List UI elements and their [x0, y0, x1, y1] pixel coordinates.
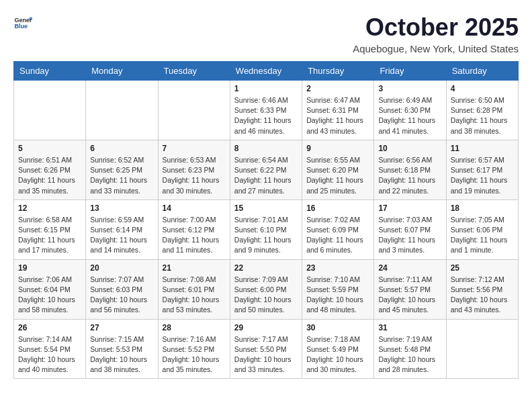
- day-number: 3: [378, 84, 441, 93]
- logo-icon: General Blue: [13, 13, 32, 32]
- day-info: Sunrise: 6:54 AMSunset: 6:22 PMDaylight:…: [234, 155, 298, 196]
- day-number: 6: [90, 144, 153, 153]
- calendar-cell: 28Sunrise: 7:16 AMSunset: 5:52 PMDayligh…: [158, 319, 230, 379]
- day-info: Sunrise: 7:06 AMSunset: 6:04 PMDaylight:…: [18, 275, 81, 316]
- day-info: Sunrise: 6:46 AMSunset: 6:33 PMDaylight:…: [234, 95, 298, 136]
- calendar-cell: 25Sunrise: 7:12 AMSunset: 5:56 PMDayligh…: [446, 259, 518, 319]
- calendar-cell: 11Sunrise: 6:57 AMSunset: 6:17 PMDayligh…: [446, 140, 518, 199]
- day-number: 9: [306, 144, 369, 153]
- day-info: Sunrise: 7:08 AMSunset: 6:01 PMDaylight:…: [163, 275, 226, 316]
- day-number: 13: [90, 203, 153, 213]
- calendar-cell: [158, 81, 230, 140]
- day-number: 7: [163, 144, 226, 153]
- calendar-cell: 5Sunrise: 6:51 AMSunset: 6:26 PMDaylight…: [14, 140, 86, 199]
- calendar-cell: 24Sunrise: 7:11 AMSunset: 5:57 PMDayligh…: [374, 259, 446, 319]
- day-number: 12: [18, 203, 81, 213]
- week-row-1: 1Sunrise: 6:46 AMSunset: 6:33 PMDaylight…: [14, 81, 519, 140]
- day-number: 19: [18, 263, 81, 273]
- week-row-4: 19Sunrise: 7:06 AMSunset: 6:04 PMDayligh…: [14, 259, 519, 319]
- day-info: Sunrise: 7:14 AMSunset: 5:54 PMDaylight:…: [18, 334, 81, 375]
- calendar-cell: 9Sunrise: 6:55 AMSunset: 6:20 PMDaylight…: [302, 140, 374, 199]
- day-number: 25: [451, 263, 514, 273]
- calendar-cell: 2Sunrise: 6:47 AMSunset: 6:31 PMDaylight…: [302, 81, 374, 140]
- calendar-cell: 6Sunrise: 6:52 AMSunset: 6:25 PMDaylight…: [86, 140, 158, 199]
- day-info: Sunrise: 6:56 AMSunset: 6:18 PMDaylight:…: [378, 155, 441, 196]
- day-number: 31: [378, 323, 441, 332]
- calendar-cell: 7Sunrise: 6:53 AMSunset: 6:23 PMDaylight…: [158, 140, 230, 199]
- col-header-friday: Friday: [374, 62, 446, 81]
- day-info: Sunrise: 7:15 AMSunset: 5:53 PMDaylight:…: [90, 334, 153, 375]
- day-number: 21: [163, 263, 226, 273]
- calendar-cell: [446, 319, 518, 379]
- day-number: 23: [306, 263, 369, 273]
- calendar-cell: 22Sunrise: 7:09 AMSunset: 6:00 PMDayligh…: [230, 259, 302, 319]
- calendar-cell: 17Sunrise: 7:03 AMSunset: 6:07 PMDayligh…: [374, 199, 446, 259]
- day-info: Sunrise: 7:10 AMSunset: 5:59 PMDaylight:…: [306, 275, 369, 316]
- calendar-cell: 13Sunrise: 6:59 AMSunset: 6:14 PMDayligh…: [86, 199, 158, 259]
- day-info: Sunrise: 6:53 AMSunset: 6:23 PMDaylight:…: [163, 155, 226, 196]
- calendar-cell: [14, 81, 86, 140]
- day-info: Sunrise: 7:11 AMSunset: 5:57 PMDaylight:…: [378, 275, 441, 316]
- day-number: 30: [306, 323, 369, 332]
- day-info: Sunrise: 6:59 AMSunset: 6:14 PMDaylight:…: [90, 215, 153, 256]
- calendar-cell: 30Sunrise: 7:18 AMSunset: 5:49 PMDayligh…: [302, 319, 374, 379]
- calendar-cell: 10Sunrise: 6:56 AMSunset: 6:18 PMDayligh…: [374, 140, 446, 199]
- svg-text:Blue: Blue: [14, 23, 28, 30]
- col-header-tuesday: Tuesday: [158, 62, 230, 81]
- calendar-cell: 20Sunrise: 7:07 AMSunset: 6:03 PMDayligh…: [86, 259, 158, 319]
- page-header: General Blue October 2025 Aquebogue, New…: [13, 13, 519, 54]
- col-header-saturday: Saturday: [446, 62, 518, 81]
- calendar-cell: 1Sunrise: 6:46 AMSunset: 6:33 PMDaylight…: [230, 81, 302, 140]
- calendar-table: SundayMondayTuesdayWednesdayThursdayFrid…: [13, 61, 519, 379]
- calendar-cell: 31Sunrise: 7:19 AMSunset: 5:48 PMDayligh…: [374, 319, 446, 379]
- calendar-cell: 3Sunrise: 6:49 AMSunset: 6:30 PMDaylight…: [374, 81, 446, 140]
- day-info: Sunrise: 6:49 AMSunset: 6:30 PMDaylight:…: [378, 95, 441, 136]
- day-info: Sunrise: 7:17 AMSunset: 5:50 PMDaylight:…: [234, 334, 298, 375]
- calendar-cell: 16Sunrise: 7:02 AMSunset: 6:09 PMDayligh…: [302, 199, 374, 259]
- week-row-3: 12Sunrise: 6:58 AMSunset: 6:15 PMDayligh…: [14, 199, 519, 259]
- col-header-monday: Monday: [86, 62, 158, 81]
- calendar-cell: 29Sunrise: 7:17 AMSunset: 5:50 PMDayligh…: [230, 319, 302, 379]
- calendar-cell: 4Sunrise: 6:50 AMSunset: 6:28 PMDaylight…: [446, 81, 518, 140]
- calendar-cell: 27Sunrise: 7:15 AMSunset: 5:53 PMDayligh…: [86, 319, 158, 379]
- day-info: Sunrise: 6:55 AMSunset: 6:20 PMDaylight:…: [306, 155, 369, 196]
- day-number: 27: [90, 323, 153, 332]
- week-row-5: 26Sunrise: 7:14 AMSunset: 5:54 PMDayligh…: [14, 319, 519, 379]
- calendar-cell: 14Sunrise: 7:00 AMSunset: 6:12 PMDayligh…: [158, 199, 230, 259]
- day-number: 1: [234, 84, 298, 93]
- day-info: Sunrise: 6:52 AMSunset: 6:25 PMDaylight:…: [90, 155, 153, 196]
- week-row-2: 5Sunrise: 6:51 AMSunset: 6:26 PMDaylight…: [14, 140, 519, 199]
- day-info: Sunrise: 7:09 AMSunset: 6:00 PMDaylight:…: [234, 275, 298, 316]
- day-number: 22: [234, 263, 298, 273]
- day-info: Sunrise: 7:19 AMSunset: 5:48 PMDaylight:…: [378, 334, 441, 375]
- day-info: Sunrise: 7:18 AMSunset: 5:49 PMDaylight:…: [306, 334, 369, 375]
- calendar-cell: [86, 81, 158, 140]
- col-header-thursday: Thursday: [302, 62, 374, 81]
- day-number: 18: [451, 203, 514, 213]
- day-number: 17: [378, 203, 441, 213]
- day-number: 24: [378, 263, 441, 273]
- day-info: Sunrise: 7:05 AMSunset: 6:06 PMDaylight:…: [451, 215, 514, 256]
- month-title: October 2025: [353, 13, 519, 42]
- calendar-cell: 8Sunrise: 6:54 AMSunset: 6:22 PMDaylight…: [230, 140, 302, 199]
- day-number: 2: [306, 84, 369, 93]
- col-header-wednesday: Wednesday: [230, 62, 302, 81]
- day-info: Sunrise: 7:01 AMSunset: 6:10 PMDaylight:…: [234, 215, 298, 256]
- day-info: Sunrise: 6:58 AMSunset: 6:15 PMDaylight:…: [18, 215, 81, 256]
- col-header-sunday: Sunday: [14, 62, 86, 81]
- day-number: 11: [451, 144, 514, 153]
- day-number: 4: [451, 84, 514, 93]
- day-info: Sunrise: 7:03 AMSunset: 6:07 PMDaylight:…: [378, 215, 441, 256]
- calendar-cell: 23Sunrise: 7:10 AMSunset: 5:59 PMDayligh…: [302, 259, 374, 319]
- day-info: Sunrise: 6:51 AMSunset: 6:26 PMDaylight:…: [18, 155, 81, 196]
- day-number: 20: [90, 263, 153, 273]
- calendar-cell: 21Sunrise: 7:08 AMSunset: 6:01 PMDayligh…: [158, 259, 230, 319]
- day-number: 29: [234, 323, 298, 332]
- calendar-header-row: SundayMondayTuesdayWednesdayThursdayFrid…: [14, 62, 519, 81]
- day-info: Sunrise: 7:16 AMSunset: 5:52 PMDaylight:…: [163, 334, 226, 375]
- location: Aquebogue, New York, United States: [353, 43, 519, 54]
- day-info: Sunrise: 7:00 AMSunset: 6:12 PMDaylight:…: [163, 215, 226, 256]
- day-number: 14: [163, 203, 226, 213]
- day-number: 10: [378, 144, 441, 153]
- day-number: 28: [163, 323, 226, 332]
